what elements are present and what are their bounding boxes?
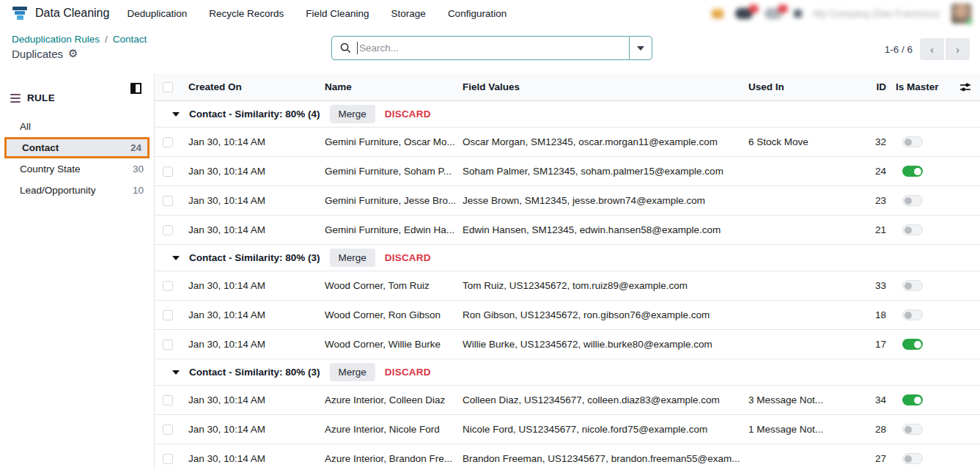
column-id[interactable]: ID (864, 81, 892, 92)
caret-down-icon[interactable] (172, 256, 180, 260)
breadcrumb-parent[interactable]: Deduplication Rules (12, 34, 100, 45)
row-checkbox[interactable] (163, 425, 173, 435)
rule-item-count: 30 (133, 164, 144, 175)
cell-field-values: Nicole Ford, US12345677, nicole.ford75@e… (455, 424, 741, 435)
nav-item-recycle-records[interactable]: Recycle Records (209, 8, 284, 19)
cell-name: Wood Corner, Ron Gibson (317, 309, 455, 320)
nav-menu: DeduplicationRecycle RecordsField Cleani… (127, 8, 506, 19)
row-checkbox[interactable] (163, 310, 173, 320)
panel-toggle-icon[interactable] (130, 83, 141, 94)
row-checkbox[interactable] (163, 225, 173, 235)
table-row[interactable]: Jan 30, 10:14 AMGemini Furniture, Jesse … (155, 186, 980, 216)
merge-button[interactable]: Merge (330, 363, 375, 381)
caret-down-icon[interactable] (172, 112, 180, 117)
caret-down-icon[interactable] (172, 370, 180, 375)
column-name[interactable]: Name (317, 81, 455, 92)
is-master-toggle[interactable] (902, 309, 923, 320)
is-master-toggle[interactable] (902, 195, 923, 206)
cell-name: Azure Interior, Colleen Diaz (317, 394, 455, 405)
is-master-toggle[interactable] (902, 136, 923, 147)
row-checkbox[interactable] (163, 137, 173, 147)
row-checkbox[interactable] (163, 166, 173, 177)
is-master-toggle[interactable] (902, 280, 923, 291)
pager-value[interactable]: 1-6 / 6 (885, 44, 913, 55)
list-view: Created On Name Field Values Used In ID … (154, 73, 980, 470)
is-master-toggle[interactable] (902, 224, 923, 235)
cell-field-values: Soham Palmer, SM12345, soham.palmer15@ex… (455, 166, 741, 177)
table-row[interactable]: Jan 30, 10:14 AMWood Corner, Willie Burk… (155, 330, 980, 359)
company-name[interactable]: My Company (San Francisco) (814, 8, 940, 19)
search-input[interactable]: Search... (359, 43, 629, 54)
nav-item-storage[interactable]: Storage (391, 8, 426, 19)
table-row[interactable]: Jan 30, 10:14 AMGemini Furniture, Oscar … (155, 128, 980, 157)
discard-button[interactable]: DISCARD (385, 109, 431, 120)
breadcrumb-separator: / (105, 34, 108, 45)
row-checkbox[interactable] (163, 395, 173, 405)
avatar[interactable] (951, 4, 971, 23)
rule-item-label: Country State (20, 164, 81, 175)
cell-field-values: Willie Burke, US12345672, willie.burke80… (455, 339, 741, 350)
table-row[interactable]: Jan 30, 10:14 AMAzure Interior, Nicole F… (155, 415, 980, 444)
table-row[interactable]: Jan 30, 10:14 AMWood Corner, Tom RuizTom… (155, 271, 980, 301)
sidebar-item-all[interactable]: All (0, 116, 154, 137)
discard-button[interactable]: DISCARD (385, 252, 431, 263)
row-checkbox[interactable] (163, 454, 173, 464)
cell-created-on: Jan 30, 10:14 AM (181, 394, 317, 405)
is-master-toggle[interactable] (902, 394, 923, 405)
column-field-values[interactable]: Field Values (455, 81, 741, 92)
is-master-toggle[interactable] (902, 424, 923, 435)
select-all-checkbox[interactable] (163, 82, 173, 92)
is-master-toggle[interactable] (902, 339, 923, 350)
sidebar-item-country-state[interactable]: Country State30 (0, 158, 154, 180)
toggle-knob (905, 139, 912, 146)
pager-previous-button[interactable]: ‹ (920, 38, 944, 60)
search-icon (340, 43, 351, 54)
group-header-row: Contact - Similarity: 80% (3)MergeDISCAR… (155, 245, 980, 271)
rewards-icon[interactable] (712, 9, 723, 18)
messages-icon[interactable] (735, 8, 753, 19)
row-checkbox[interactable] (163, 196, 173, 206)
cell-created-on: Jan 30, 10:14 AM (181, 166, 317, 177)
row-checkbox[interactable] (163, 281, 173, 291)
cell-id: 28 (864, 424, 892, 435)
hamburger-icon (10, 94, 21, 103)
systray-grid-icon[interactable] (794, 10, 802, 18)
sidebar-item-lead-opportunity[interactable]: Lead/Opportunity10 (0, 180, 154, 201)
table-row[interactable]: Jan 30, 10:14 AMGemini Furniture, Edwin … (155, 216, 980, 245)
column-created-on[interactable]: Created On (181, 81, 317, 92)
cell-created-on: Jan 30, 10:14 AM (181, 224, 317, 235)
table-row[interactable]: Jan 30, 10:14 AMAzure Interior, Brandon … (155, 444, 980, 470)
activities-icon[interactable] (765, 8, 782, 19)
sidebar-item-contact[interactable]: Contact24 (4, 137, 150, 158)
pager-next-button[interactable]: › (946, 38, 970, 60)
table-row[interactable]: Jan 30, 10:14 AMGemini Furniture, Soham … (155, 157, 980, 186)
merge-button[interactable]: Merge (330, 105, 375, 123)
nav-item-deduplication[interactable]: Deduplication (127, 8, 187, 19)
search-dropdown-toggle[interactable] (629, 37, 652, 59)
discard-button[interactable]: DISCARD (385, 367, 431, 378)
optional-columns-icon[interactable] (949, 82, 980, 92)
group-header-row: Contact - Similarity: 80% (4)MergeDISCAR… (155, 101, 980, 128)
table-row[interactable]: Jan 30, 10:14 AMAzure Interior, Colleen … (155, 386, 980, 415)
nav-item-configuration[interactable]: Configuration (448, 8, 506, 19)
chevron-left-icon: ‹ (930, 43, 934, 56)
nav-item-field-cleaning[interactable]: Field Cleaning (306, 8, 369, 19)
column-is-master[interactable]: Is Master (892, 81, 949, 92)
cell-created-on: Jan 30, 10:14 AM (181, 309, 317, 320)
cell-field-values: Brandon Freeman, US12345677, brandon.fre… (455, 453, 741, 464)
table-row[interactable]: Jan 30, 10:14 AMWood Corner, Ron GibsonR… (155, 301, 980, 330)
is-master-toggle[interactable] (902, 166, 923, 177)
cell-field-values: Jesse Brown, SM12345, jesse.brown74@exam… (455, 195, 741, 206)
is-master-toggle[interactable] (902, 453, 923, 464)
cell-name: Azure Interior, Nicole Ford (317, 424, 455, 435)
view-subtitle-text: Duplicates (12, 48, 63, 60)
merge-button[interactable]: Merge (330, 249, 375, 267)
gear-icon[interactable]: ⚙ (68, 47, 78, 60)
cell-id: 21 (864, 224, 892, 235)
search-bar[interactable]: Search... (331, 36, 652, 60)
cell-field-values: Oscar Morgan, SM12345, oscar.morgan11@ex… (455, 136, 741, 147)
column-used-in[interactable]: Used In (741, 81, 864, 92)
chevron-down-icon (637, 46, 644, 51)
row-checkbox[interactable] (163, 339, 173, 350)
group-header-row: Contact - Similarity: 80% (3)MergeDISCAR… (155, 359, 980, 386)
